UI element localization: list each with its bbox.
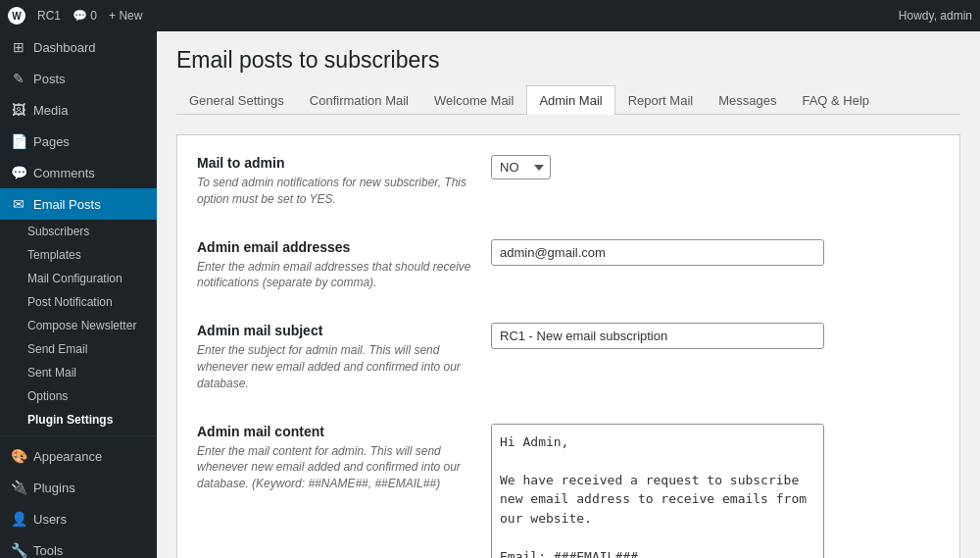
sidebar-label-appearance: Appearance — [33, 449, 102, 464]
admin-email-label-col: Admin email addresses Enter the admin em… — [197, 239, 471, 300]
admin-subject-desc: Enter the subject for admin mail. This w… — [197, 342, 471, 391]
mail-to-admin-select[interactable]: NO YES — [491, 155, 551, 179]
new-item[interactable]: + New — [109, 9, 142, 23]
sidebar-item-posts[interactable]: ✎ Posts — [0, 63, 157, 94]
sidebar-label-email-posts: Email Posts — [33, 197, 101, 212]
sidebar-item-email-posts[interactable]: ✉ Email Posts — [0, 188, 157, 220]
wp-logo[interactable]: W — [8, 7, 25, 25]
sidebar-sub-plugin-settings[interactable]: Plugin Settings — [0, 408, 157, 431]
sidebar: ⊞ Dashboard ✎ Posts 🖼 Media 📄 Pages 💬 Co… — [0, 31, 157, 558]
admin-content-textarea[interactable]: Hi Admin, We have received a request to … — [491, 424, 824, 558]
email-posts-icon: ✉ — [10, 196, 27, 212]
sidebar-item-pages[interactable]: 📄 Pages — [0, 126, 157, 157]
sidebar-sub-post-notification[interactable]: Post Notification — [0, 290, 157, 314]
tab-report[interactable]: Report Mail — [615, 85, 706, 115]
site-name[interactable]: RC1 — [37, 9, 61, 23]
mail-to-admin-label-col: Mail to admin To send admin notification… — [197, 155, 471, 216]
sidebar-item-dashboard[interactable]: ⊞ Dashboard — [0, 31, 157, 63]
sidebar-sub-templates[interactable]: Templates — [0, 243, 157, 267]
comments-icon: 💬 — [10, 165, 27, 180]
sidebar-item-tools[interactable]: 🔧 Tools — [0, 534, 157, 558]
sidebar-label-dashboard: Dashboard — [33, 40, 96, 55]
form-content: Mail to admin To send admin notification… — [176, 134, 960, 558]
admin-content-row: Admin mail content Enter the mail conten… — [197, 424, 940, 558]
admin-content-field-col: Hi Admin, We have received a request to … — [491, 424, 940, 558]
sidebar-label-comments: Comments — [33, 166, 95, 180]
sidebar-sub-compose[interactable]: Compose Newsletter — [0, 314, 157, 337]
sidebar-label-plugins: Plugins — [33, 481, 75, 495]
admin-subject-input[interactable] — [491, 323, 824, 349]
sidebar-item-appearance[interactable]: 🎨 Appearance — [0, 440, 157, 472]
mail-to-admin-row: Mail to admin To send admin notification… — [197, 155, 940, 216]
sidebar-label-tools: Tools — [33, 543, 63, 558]
sidebar-sub-send-email[interactable]: Send Email — [0, 337, 157, 361]
appearance-icon: 🎨 — [10, 448, 27, 464]
users-icon: 👤 — [10, 511, 27, 527]
main-content: Email posts to subscribers General Setti… — [157, 31, 980, 558]
pages-icon: 📄 — [10, 133, 27, 149]
tools-icon: 🔧 — [10, 542, 27, 558]
media-icon: 🖼 — [10, 102, 27, 118]
admin-email-row: Admin email addresses Enter the admin em… — [197, 239, 940, 300]
admin-subject-field-col — [491, 323, 940, 349]
sidebar-sub-subscribers[interactable]: Subscribers — [0, 220, 157, 243]
tab-general[interactable]: General Settings — [176, 85, 297, 115]
posts-icon: ✎ — [10, 71, 27, 86]
admin-subject-label-col: Admin mail subject Enter the subject for… — [197, 323, 471, 399]
mail-to-admin-title: Mail to admin — [197, 155, 471, 171]
howdy-text: Howdy, admin — [899, 9, 972, 23]
sidebar-label-pages: Pages — [33, 134, 70, 149]
mail-to-admin-field-col: NO YES — [491, 155, 940, 179]
admin-email-input[interactable] — [491, 239, 824, 266]
sidebar-label-users: Users — [33, 512, 67, 527]
plugins-icon: 🔌 — [10, 480, 27, 495]
mail-to-admin-desc: To send admin notifications for new subs… — [197, 175, 471, 208]
tab-messages[interactable]: Messages — [706, 85, 789, 115]
page-title: Email posts to subscribers — [176, 47, 960, 74]
admin-email-field-col — [491, 239, 940, 266]
admin-email-title: Admin email addresses — [197, 239, 471, 255]
tab-welcome[interactable]: Welcome Mail — [421, 85, 526, 115]
admin-content-desc: Enter the mail content for admin. This w… — [197, 443, 471, 492]
tabs: General Settings Confirmation Mail Welco… — [176, 85, 960, 115]
admin-content-label-col: Admin mail content Enter the mail conten… — [197, 424, 471, 500]
sidebar-label-posts: Posts — [33, 72, 66, 86]
sidebar-sub-options[interactable]: Options — [0, 384, 157, 408]
sidebar-label-media: Media — [33, 103, 68, 118]
comments-count[interactable]: 💬 0 — [73, 9, 97, 23]
admin-content-title: Admin mail content — [197, 424, 471, 439]
top-bar: W RC1 💬 0 + New Howdy, admin — [0, 0, 980, 31]
sidebar-sub-mail-config[interactable]: Mail Configuration — [0, 267, 157, 290]
admin-email-desc: Enter the admin email addresses that sho… — [197, 259, 471, 292]
sidebar-item-comments[interactable]: 💬 Comments — [0, 157, 157, 188]
sidebar-item-users[interactable]: 👤 Users — [0, 503, 157, 534]
dashboard-icon: ⊞ — [10, 39, 27, 55]
admin-subject-row: Admin mail subject Enter the subject for… — [197, 323, 940, 399]
top-bar-left: W RC1 💬 0 + New — [8, 7, 142, 25]
sidebar-item-plugins[interactable]: 🔌 Plugins — [0, 472, 157, 503]
tab-faq[interactable]: FAQ & Help — [789, 85, 882, 115]
sidebar-item-media[interactable]: 🖼 Media — [0, 94, 157, 126]
admin-subject-title: Admin mail subject — [197, 323, 471, 338]
divider-1 — [0, 435, 157, 436]
tab-admin[interactable]: Admin Mail — [526, 85, 614, 115]
sidebar-sub-sent-mail[interactable]: Sent Mail — [0, 361, 157, 384]
tab-confirmation[interactable]: Confirmation Mail — [297, 85, 421, 115]
